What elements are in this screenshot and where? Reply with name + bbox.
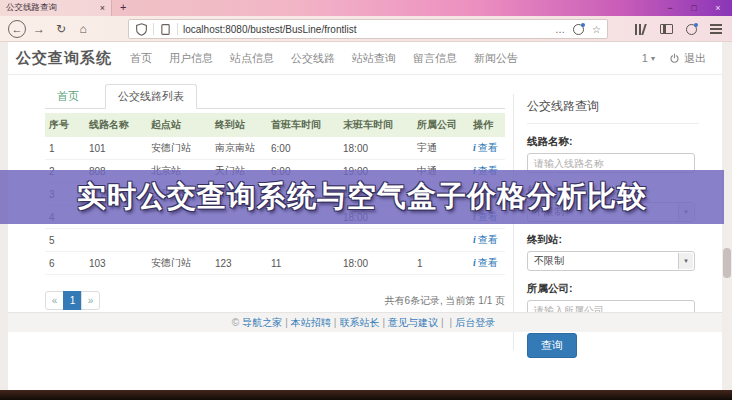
table-cell — [147, 229, 211, 252]
record-summary: 共有6条记录, 当前第 1/1 页 — [384, 294, 505, 308]
table-cell: 1 — [413, 252, 469, 275]
nav-link-1[interactable]: 用户信息 — [169, 51, 213, 66]
footer-link-5[interactable]: 后台登录 — [455, 316, 495, 330]
table-cell: 南京南站 — [211, 137, 267, 160]
table-cell: 123 — [211, 252, 267, 275]
browser-tabbar: 公交线路查询 × + − □ × — [0, 0, 732, 16]
nav-link-4[interactable]: 站站查询 — [352, 51, 396, 66]
table-row: 5i查看 — [45, 229, 505, 252]
nav-link-5[interactable]: 留言信息 — [413, 51, 457, 66]
page-actions-icon[interactable]: … — [555, 24, 565, 35]
view-link[interactable]: i查看 — [473, 234, 498, 245]
nav-link-3[interactable]: 公交线路 — [291, 51, 335, 66]
table-header-row: 序号线路名称起点站终到站首班车时间末班车时间所属公司操作 — [45, 113, 505, 137]
info-icon: i — [473, 142, 476, 153]
column-header: 末班车时间 — [339, 113, 413, 137]
table-cell — [85, 229, 147, 252]
column-header: 起点站 — [147, 113, 211, 137]
table-cell: 11 — [267, 252, 339, 275]
url-text[interactable]: localhost:8080/bustest/BusLine/frontlist — [183, 24, 555, 35]
table-cell: 18:00 — [339, 137, 413, 160]
page-prev-button[interactable]: « — [45, 291, 64, 310]
footer-link-1[interactable]: 本站招聘 — [291, 316, 331, 330]
browser-tab[interactable]: 公交线路查询 × — [0, 0, 112, 16]
column-header: 序号 — [45, 113, 85, 137]
scrollbar-thumb[interactable] — [723, 248, 731, 278]
company-label: 所属公司: — [527, 282, 699, 296]
pocket-icon[interactable] — [573, 24, 584, 35]
column-header: 首班车时间 — [267, 113, 339, 137]
page-footer: © 导航之家 | 本站招聘 | 联系站长 | 意见与建议 | | 后台登录 — [8, 312, 722, 332]
reload-button[interactable]: ↻ — [50, 22, 72, 36]
footer-link-3[interactable]: 意见与建议 — [388, 316, 438, 330]
info-icon: i — [473, 257, 476, 268]
chevron-down-icon: ▾ — [651, 54, 655, 63]
content-tabs: 首页 公交线路列表 — [45, 86, 505, 109]
new-tab-button[interactable]: + — [120, 1, 126, 13]
table-cell — [211, 229, 267, 252]
url-bar[interactable]: localhost:8080/bustest/BusLine/frontlist… — [128, 19, 608, 39]
home-button[interactable]: ⌂ — [72, 22, 94, 36]
table-cell: 安德门站 — [147, 137, 211, 160]
table-cell — [339, 229, 413, 252]
user-dropdown[interactable]: 1 ▾ — [642, 52, 655, 64]
page-info-icon[interactable] — [159, 23, 172, 36]
table-cell: 6 — [45, 252, 85, 275]
back-button[interactable]: ← — [8, 20, 26, 38]
logout-label: 退出 — [684, 51, 706, 66]
menu-hamburger-icon[interactable] — [710, 24, 722, 34]
screenshot-root: 公交线路查询 × + − □ × ← → ↻ ⌂ localhost:8080/… — [0, 0, 732, 400]
extension-icon[interactable] — [686, 24, 697, 35]
search-button[interactable]: 查询 — [527, 333, 577, 358]
tab-home[interactable]: 首页 — [45, 85, 91, 108]
table-cell — [413, 229, 469, 252]
overlay-banner: 实时公交查询系统与空气盒子价格分析比较 — [0, 170, 724, 224]
table-cell: 18:00 — [339, 252, 413, 275]
nav-link-6[interactable]: 新闻公告 — [474, 51, 518, 66]
url-divider — [153, 23, 154, 35]
browser-navbar: ← → ↻ ⌂ localhost:8080/bustest/BusLine/f… — [0, 16, 732, 42]
nav-link-2[interactable]: 站点信息 — [230, 51, 274, 66]
table-cell: 6:00 — [267, 137, 339, 160]
view-link[interactable]: i查看 — [473, 257, 498, 268]
logout-button[interactable]: 退出 — [669, 51, 706, 66]
app-header: 公交查询系统 首页用户信息站点信息公交线路站站查询留言信息新闻公告 1 ▾ 退出 — [8, 42, 722, 75]
info-icon: i — [473, 234, 476, 245]
tab-close-icon[interactable]: × — [100, 3, 105, 13]
page-1-button[interactable]: 1 — [63, 291, 82, 310]
table-cell: 103 — [85, 252, 147, 275]
banner-text: 实时公交查询系统与空气盒子价格分析比较 — [77, 177, 647, 217]
tab-bus-line-list[interactable]: 公交线路列表 — [105, 84, 197, 109]
view-link[interactable]: i查看 — [473, 142, 498, 153]
end-station-select[interactable]: 不限制 ▾ — [527, 251, 695, 271]
chevron-down-icon: ▾ — [678, 253, 693, 269]
table-cell: 安德门站 — [147, 252, 211, 275]
forward-button[interactable]: → — [28, 22, 50, 36]
table-row: 6103安德门站1231118:001i查看 — [45, 252, 505, 275]
column-header: 终到站 — [211, 113, 267, 137]
tab-title: 公交线路查询 — [6, 2, 100, 14]
window-maximize-button[interactable]: □ — [682, 0, 706, 16]
library-icon[interactable] — [635, 24, 647, 35]
window-close-button[interactable]: × — [706, 0, 730, 16]
page-next-button[interactable]: » — [81, 291, 100, 310]
window-minimize-button[interactable]: − — [658, 0, 682, 16]
pagination: « 1 » — [45, 291, 100, 310]
footer-link-2[interactable]: 联系站长 — [339, 316, 379, 330]
column-header: 所属公司 — [413, 113, 469, 137]
main-nav: 首页用户信息站点信息公交线路站站查询留言信息新闻公告 — [130, 51, 518, 66]
site-brand[interactable]: 公交查询系统 — [16, 49, 112, 68]
column-header: 操作 — [469, 113, 505, 137]
end-station-label: 终到站: — [527, 233, 699, 247]
table-cell: 5 — [45, 229, 85, 252]
footer-link-0[interactable]: 导航之家 — [242, 316, 282, 330]
table-cell: 101 — [85, 137, 147, 160]
user-name: 1 — [642, 52, 648, 64]
nav-link-0[interactable]: 首页 — [130, 51, 152, 66]
bookmark-star-icon[interactable]: ☆ — [592, 24, 601, 35]
copyright-mark: © — [232, 317, 239, 328]
tracking-shield-icon[interactable] — [135, 23, 148, 36]
table-cell — [267, 229, 339, 252]
sidebar-icon[interactable] — [660, 24, 673, 34]
url-divider — [177, 23, 178, 35]
